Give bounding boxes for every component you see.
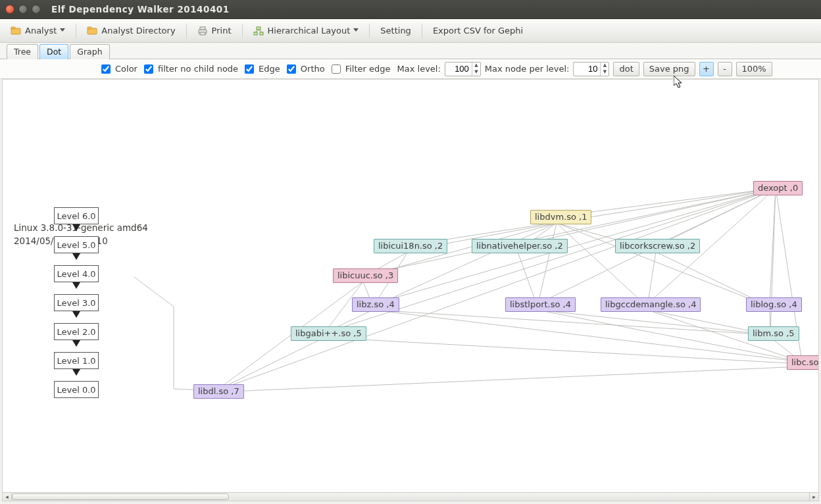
print-label: Print (212, 26, 232, 36)
setting-button[interactable]: Setting (375, 23, 416, 38)
filter-edge-checkbox[interactable]: Filter edge (329, 63, 391, 76)
svg-marker-14 (72, 282, 80, 289)
node-libgabi[interactable]: libgabi++.so ,5 (291, 326, 366, 341)
analyst-icon (11, 26, 21, 36)
scroll-track[interactable] (12, 493, 809, 501)
max-node-input[interactable] (574, 63, 600, 76)
node-libicuuc[interactable]: libicuuc.so ,3 (333, 268, 398, 283)
tab-dot[interactable]: Dot (39, 44, 68, 59)
filter-no-child-checkbox[interactable]: filter no child node (141, 63, 238, 76)
export-csv-label: Export CSV for Gephi (433, 26, 523, 36)
save-png-button[interactable]: Save png (643, 62, 695, 76)
max-level-input[interactable] (445, 63, 472, 76)
window-minimize-button[interactable] (18, 5, 28, 14)
svg-marker-16 (72, 340, 80, 347)
window-close-button[interactable] (5, 5, 14, 14)
max-level-label: Max level: (397, 64, 441, 74)
max-node-down[interactable]: ▼ (601, 69, 609, 76)
ortho-checkbox[interactable]: Ortho (284, 63, 325, 76)
svg-marker-17 (72, 369, 80, 376)
export-csv-button[interactable]: Export CSV for Gephi (428, 23, 528, 38)
filter-edge-label: Filter edge (345, 64, 391, 74)
scroll-left-arrow[interactable]: ◂ (3, 493, 12, 501)
node-libnativehelper[interactable]: libnativehelper.so ,2 (472, 239, 568, 253)
svg-line-11 (259, 30, 262, 32)
node-libdvm[interactable]: libdvm.so ,1 (530, 210, 591, 224)
horizontal-scrollbar[interactable]: ◂ ▸ (3, 492, 818, 501)
max-level-spinner[interactable]: ▲▼ (445, 62, 481, 76)
save-png-label: Save png (649, 64, 689, 74)
tab-graph[interactable]: Graph (70, 44, 109, 59)
analyst-dropdown[interactable]: Analyst (5, 23, 70, 39)
ortho-label: Ortho (301, 64, 325, 74)
zoom-out-button[interactable]: - (718, 62, 732, 76)
node-liblog[interactable]: liblog.so ,4 (746, 297, 802, 312)
tab-dot-label: Dot (47, 47, 61, 57)
max-node-up[interactable]: ▲ (601, 63, 609, 69)
node-libc[interactable]: libc.so (787, 355, 819, 370)
svg-marker-12 (72, 224, 80, 231)
minus-icon: - (723, 64, 726, 74)
ortho-checkbox-input[interactable] (287, 64, 296, 74)
color-checkbox[interactable]: Color (99, 63, 137, 76)
color-checkbox-input[interactable] (101, 64, 111, 74)
window-title: Elf Dependency Walker 20140401 (51, 4, 230, 14)
edge-label: Edge (259, 64, 280, 74)
svg-rect-5 (200, 27, 205, 30)
zoom-percent-display[interactable]: 100% (736, 62, 772, 76)
svg-marker-13 (72, 253, 80, 260)
svg-rect-1 (11, 27, 15, 29)
node-dexopt[interactable]: dexopt ,0 (753, 181, 803, 195)
layout-icon (253, 26, 264, 36)
level-6-box: Level 6.0 (54, 207, 99, 224)
scroll-right-arrow[interactable]: ▸ (809, 493, 818, 501)
hierarchical-layout-dropdown[interactable]: Hierarchical Layout (248, 23, 364, 39)
svg-rect-7 (257, 27, 261, 30)
max-level-up[interactable]: ▲ (472, 63, 480, 69)
node-libm[interactable]: libm.so ,5 (748, 326, 799, 341)
svg-rect-3 (87, 27, 91, 29)
printer-icon (197, 26, 208, 36)
svg-marker-15 (72, 311, 80, 318)
max-node-spinner[interactable]: ▲▼ (573, 62, 609, 76)
graph-canvas[interactable]: Linux 3.8.0-31-generic amd64 2014/05/13 … (3, 80, 819, 501)
filter-no-child-input[interactable] (144, 64, 153, 74)
filter-edge-input[interactable] (332, 64, 341, 74)
dot-button[interactable]: dot (613, 62, 639, 76)
scroll-thumb[interactable] (12, 493, 229, 500)
node-libdl[interactable]: libdl.so ,7 (193, 384, 244, 399)
tab-graph-label: Graph (77, 47, 102, 57)
svg-rect-9 (260, 32, 263, 35)
node-libz[interactable]: libz.so ,4 (352, 297, 399, 312)
edge-checkbox[interactable]: Edge (242, 63, 280, 76)
window-maximize-button[interactable] (32, 5, 41, 14)
svg-line-10 (255, 30, 259, 32)
max-level-down[interactable]: ▼ (472, 69, 480, 76)
layout-label: Hierarchical Layout (268, 26, 351, 36)
color-label: Color (115, 64, 137, 74)
svg-rect-8 (254, 32, 257, 35)
node-libicui18n[interactable]: libicui18n.so ,2 (374, 239, 447, 253)
level-legend: Level 6.0 Level 5.0 Level 4.0 Level 3.0 … (54, 207, 99, 410)
tab-tree[interactable]: Tree (7, 44, 38, 59)
print-button[interactable]: Print (192, 23, 237, 39)
node-libstlport[interactable]: libstlport.so ,4 (505, 297, 576, 312)
dot-button-label: dot (619, 64, 633, 74)
edge-checkbox-input[interactable] (245, 64, 254, 74)
setting-label: Setting (380, 26, 411, 36)
node-libgccdemangle[interactable]: libgccdemangle.so ,4 (601, 297, 701, 312)
filter-no-child-label: filter no child node (158, 64, 238, 74)
folder-icon (87, 26, 97, 36)
analyst-label: Analyst (25, 26, 57, 36)
tab-tree-label: Tree (14, 47, 31, 57)
analyst-directory-button[interactable]: Analyst Directory (82, 23, 180, 39)
plus-icon: + (703, 64, 710, 74)
node-libcorkscrew[interactable]: libcorkscrew.so ,2 (615, 239, 700, 253)
svg-rect-6 (200, 32, 205, 35)
zoom-in-button[interactable]: + (699, 62, 714, 76)
level-arrows-icon (72, 224, 80, 401)
zoom-percent-label: 100% (742, 64, 766, 74)
analyst-directory-label: Analyst Directory (101, 26, 175, 36)
max-node-label: Max node per level: (485, 64, 570, 74)
graph-edges (3, 80, 819, 501)
